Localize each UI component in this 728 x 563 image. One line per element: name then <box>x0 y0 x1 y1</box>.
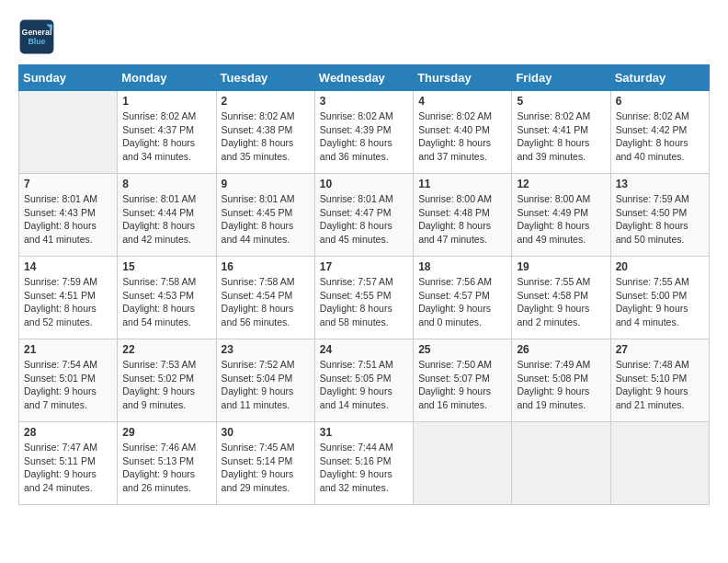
calendar-cell: 29 Sunrise: 7:46 AM Sunset: 5:13 PM Dayl… <box>118 422 216 505</box>
calendar-cell: 18 Sunrise: 7:56 AM Sunset: 4:57 PM Dayl… <box>414 257 512 339</box>
daylight-label: Daylight: 9 hours and 19 minutes. <box>517 385 589 410</box>
sunrise-label: Sunrise: 7:46 AM <box>122 442 196 453</box>
sunrise-label: Sunrise: 8:00 AM <box>517 193 590 204</box>
day-number: 15 <box>122 260 210 273</box>
day-info: Sunrise: 7:44 AM Sunset: 5:16 PM Dayligh… <box>320 441 408 495</box>
day-number: 22 <box>122 343 210 356</box>
sunset-label: Sunset: 5:05 PM <box>320 373 392 384</box>
logo: General Blue <box>18 18 55 55</box>
sunrise-label: Sunrise: 8:02 AM <box>320 110 393 121</box>
daylight-label: Daylight: 8 hours and 50 minutes. <box>616 220 688 245</box>
sunset-label: Sunset: 4:49 PM <box>517 207 588 218</box>
sunset-label: Sunset: 4:45 PM <box>222 207 293 218</box>
sunrise-label: Sunrise: 8:00 AM <box>418 193 492 204</box>
daylight-label: Daylight: 8 hours and 34 minutes. <box>122 137 195 162</box>
daylight-label: Daylight: 9 hours and 2 minutes. <box>517 303 589 327</box>
daylight-label: Daylight: 9 hours and 7 minutes. <box>24 385 97 410</box>
daylight-label: Daylight: 8 hours and 56 minutes. <box>222 303 294 327</box>
day-info: Sunrise: 7:48 AM Sunset: 5:10 PM Dayligh… <box>616 358 704 412</box>
daylight-label: Daylight: 8 hours and 52 minutes. <box>24 303 97 327</box>
sunrise-label: Sunrise: 8:01 AM <box>122 193 196 204</box>
sunset-label: Sunset: 5:13 PM <box>122 455 194 466</box>
calendar-cell: 28 Sunrise: 7:47 AM Sunset: 5:11 PM Dayl… <box>19 422 118 505</box>
day-number: 17 <box>320 260 408 273</box>
sunset-label: Sunset: 5:14 PM <box>222 455 293 466</box>
sunset-label: Sunset: 5:11 PM <box>24 455 96 466</box>
day-info: Sunrise: 8:01 AM Sunset: 4:44 PM Dayligh… <box>122 192 210 247</box>
sunset-label: Sunset: 4:42 PM <box>616 124 688 135</box>
day-number: 19 <box>517 260 605 273</box>
day-info: Sunrise: 8:00 AM Sunset: 4:49 PM Dayligh… <box>517 192 605 247</box>
calendar-cell: 31 Sunrise: 7:44 AM Sunset: 5:16 PM Dayl… <box>314 422 413 505</box>
calendar-cell: 11 Sunrise: 8:00 AM Sunset: 4:48 PM Dayl… <box>414 174 512 257</box>
day-number: 3 <box>320 95 408 108</box>
calendar-cell <box>610 422 709 505</box>
sunrise-label: Sunrise: 7:45 AM <box>222 442 295 453</box>
calendar-cell: 5 Sunrise: 8:02 AM Sunset: 4:41 PM Dayli… <box>512 91 610 174</box>
sunset-label: Sunset: 4:38 PM <box>222 124 293 135</box>
day-info: Sunrise: 7:56 AM Sunset: 4:57 PM Dayligh… <box>418 275 506 329</box>
day-info: Sunrise: 8:01 AM Sunset: 4:43 PM Dayligh… <box>24 192 112 247</box>
day-number: 12 <box>517 178 605 190</box>
calendar-cell: 7 Sunrise: 8:01 AM Sunset: 4:43 PM Dayli… <box>19 174 118 257</box>
sunset-label: Sunset: 4:39 PM <box>320 124 392 135</box>
weekday-header: Monday <box>118 65 216 91</box>
day-info: Sunrise: 7:59 AM Sunset: 4:50 PM Dayligh… <box>616 192 704 247</box>
day-number: 1 <box>122 95 210 108</box>
day-number: 26 <box>517 343 605 356</box>
calendar-cell: 1 Sunrise: 8:02 AM Sunset: 4:37 PM Dayli… <box>118 91 216 174</box>
calendar-cell: 25 Sunrise: 7:50 AM Sunset: 5:07 PM Dayl… <box>414 339 512 422</box>
weekday-header: Friday <box>512 65 610 91</box>
calendar-cell: 14 Sunrise: 7:59 AM Sunset: 4:51 PM Dayl… <box>19 257 118 339</box>
calendar-table: SundayMondayTuesdayWednesdayThursdayFrid… <box>18 64 710 505</box>
sunset-label: Sunset: 5:01 PM <box>24 373 96 384</box>
day-info: Sunrise: 8:02 AM Sunset: 4:41 PM Dayligh… <box>517 109 605 164</box>
day-info: Sunrise: 7:54 AM Sunset: 5:01 PM Dayligh… <box>24 358 112 412</box>
day-info: Sunrise: 7:46 AM Sunset: 5:13 PM Dayligh… <box>122 441 210 495</box>
day-number: 8 <box>122 178 210 190</box>
daylight-label: Daylight: 9 hours and 21 minutes. <box>616 385 688 410</box>
day-info: Sunrise: 7:55 AM Sunset: 5:00 PM Dayligh… <box>616 275 704 329</box>
calendar-cell: 8 Sunrise: 8:01 AM Sunset: 4:44 PM Dayli… <box>118 174 216 257</box>
weekday-header: Wednesday <box>314 65 413 91</box>
day-number: 21 <box>24 343 112 356</box>
daylight-label: Daylight: 8 hours and 37 minutes. <box>418 137 491 162</box>
day-number: 20 <box>616 260 704 273</box>
calendar-cell: 15 Sunrise: 7:58 AM Sunset: 4:53 PM Dayl… <box>118 257 216 339</box>
sunrise-label: Sunrise: 7:49 AM <box>517 359 590 370</box>
calendar-cell: 26 Sunrise: 7:49 AM Sunset: 5:08 PM Dayl… <box>512 339 610 422</box>
calendar-cell: 22 Sunrise: 7:53 AM Sunset: 5:02 PM Dayl… <box>118 339 216 422</box>
daylight-label: Daylight: 9 hours and 9 minutes. <box>122 385 195 410</box>
sunrise-label: Sunrise: 7:50 AM <box>418 359 492 370</box>
sunrise-label: Sunrise: 8:02 AM <box>222 110 295 121</box>
day-number: 25 <box>418 343 506 356</box>
calendar-cell: 23 Sunrise: 7:52 AM Sunset: 5:04 PM Dayl… <box>216 339 314 422</box>
day-info: Sunrise: 7:52 AM Sunset: 5:04 PM Dayligh… <box>222 358 310 412</box>
sunset-label: Sunset: 4:57 PM <box>418 290 490 301</box>
day-number: 9 <box>222 178 310 190</box>
calendar-week-row: 14 Sunrise: 7:59 AM Sunset: 4:51 PM Dayl… <box>19 257 710 339</box>
calendar-cell: 17 Sunrise: 7:57 AM Sunset: 4:55 PM Dayl… <box>314 257 413 339</box>
sunset-label: Sunset: 5:07 PM <box>418 373 490 384</box>
weekday-header: Thursday <box>414 65 512 91</box>
day-number: 29 <box>122 426 210 439</box>
daylight-label: Daylight: 8 hours and 47 minutes. <box>418 220 491 245</box>
daylight-label: Daylight: 9 hours and 0 minutes. <box>418 303 491 327</box>
calendar-cell <box>414 422 512 505</box>
day-number: 28 <box>24 426 112 439</box>
day-number: 16 <box>222 260 310 273</box>
calendar-cell: 2 Sunrise: 8:02 AM Sunset: 4:38 PM Dayli… <box>216 91 314 174</box>
day-number: 13 <box>616 178 704 190</box>
calendar-week-row: 28 Sunrise: 7:47 AM Sunset: 5:11 PM Dayl… <box>19 422 710 505</box>
day-number: 11 <box>418 178 506 190</box>
calendar-cell: 24 Sunrise: 7:51 AM Sunset: 5:05 PM Dayl… <box>314 339 413 422</box>
sunrise-label: Sunrise: 7:53 AM <box>122 359 196 370</box>
day-info: Sunrise: 8:01 AM Sunset: 4:47 PM Dayligh… <box>320 192 408 247</box>
calendar-cell: 19 Sunrise: 7:55 AM Sunset: 4:58 PM Dayl… <box>512 257 610 339</box>
day-number: 7 <box>24 178 112 190</box>
day-info: Sunrise: 8:02 AM Sunset: 4:39 PM Dayligh… <box>320 109 408 164</box>
calendar-cell: 3 Sunrise: 8:02 AM Sunset: 4:39 PM Dayli… <box>314 91 413 174</box>
day-info: Sunrise: 7:45 AM Sunset: 5:14 PM Dayligh… <box>222 441 310 495</box>
daylight-label: Daylight: 8 hours and 58 minutes. <box>320 303 392 327</box>
calendar-cell: 6 Sunrise: 8:02 AM Sunset: 4:42 PM Dayli… <box>610 91 709 174</box>
